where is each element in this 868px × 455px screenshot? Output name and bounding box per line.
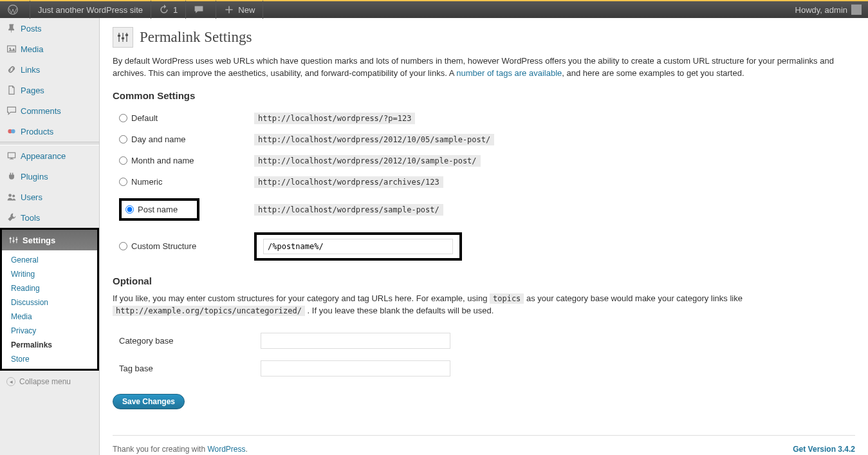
common-heading: Common Settings (113, 90, 855, 101)
settings-label: Settings (23, 236, 55, 245)
sidebar-item-links[interactable]: Links (0, 59, 99, 80)
submenu-item-permalinks[interactable]: Permalinks (2, 338, 97, 352)
svg-rect-19 (118, 35, 120, 37)
permalink-option-row: Numerichttp://localhost/wordpress/archiv… (113, 171, 855, 192)
permalink-url-example: http://localhost/wordpress/sample-post/ (254, 204, 443, 216)
permalink-option-row: Day and namehttp://localhost/wordpress/2… (113, 129, 855, 150)
permalink-radio-2[interactable] (119, 156, 127, 165)
sidebar-item-users[interactable]: Users (0, 187, 99, 207)
comments-menu[interactable] (186, 1, 216, 19)
pin-icon (6, 23, 17, 33)
permalink-label: Numeric (131, 177, 162, 187)
wordpress-link[interactable]: WordPress (207, 445, 245, 454)
permalink-label: Post name (138, 205, 178, 214)
svg-rect-7 (10, 159, 14, 160)
optional-heading: Optional (113, 275, 855, 286)
submenu-item-privacy[interactable]: Privacy (2, 324, 97, 338)
updates-menu[interactable]: 1 (151, 1, 186, 19)
svg-rect-13 (10, 238, 12, 239)
svg-point-9 (12, 194, 15, 197)
sidebar-item-label: Tools (21, 213, 40, 223)
settings-icon (8, 235, 19, 245)
permalink-url-example: http://localhost/wordpress/archives/123 (254, 176, 443, 188)
category-base-label: Category base (113, 336, 261, 346)
save-button[interactable]: Save Changes (113, 394, 185, 409)
example-url-code: http://example.org/topics/uncategorized/ (113, 306, 305, 316)
site-title: Just another WordPress site (38, 5, 143, 15)
permalink-label: Day and name (131, 135, 186, 144)
sidebar-item-appearance[interactable]: Appearance (0, 145, 99, 166)
footer: Thank you for creating with WordPress. G… (113, 435, 855, 454)
svg-rect-15 (15, 239, 17, 240)
users-icon (6, 192, 17, 202)
refresh-icon (159, 5, 169, 15)
sidebar-item-label: Links (21, 65, 40, 75)
sidebar-item-pages[interactable]: Pages (0, 80, 99, 100)
svg-rect-16 (118, 33, 120, 42)
sidebar-item-products[interactable]: Products (0, 121, 99, 142)
sidebar-item-label: Products (21, 127, 53, 136)
update-count: 1 (173, 5, 178, 15)
sidebar-item-plugins[interactable]: Plugins (0, 166, 99, 187)
site-name-menu[interactable]: Just another WordPress site (30, 1, 151, 19)
wordpress-icon (8, 5, 18, 15)
submenu-item-reading[interactable]: Reading (2, 281, 97, 295)
sidebar-item-label: Posts (21, 24, 42, 33)
tools-icon (6, 212, 17, 223)
permalink-radio-1[interactable] (119, 135, 127, 144)
topics-code: topics (490, 293, 524, 304)
intro-text: By default WordPress uses web URLs which… (113, 55, 855, 80)
sidebar-item-settings[interactable]: Settings (2, 230, 97, 250)
permalink-radio-4[interactable] (125, 205, 134, 214)
svg-rect-1 (8, 46, 16, 52)
permalink-url-example: http://localhost/wordpress/2012/10/sampl… (254, 155, 481, 167)
permalink-url-example: http://localhost/wordpress/?p=123 (254, 113, 415, 124)
permalink-label: Custom Structure (131, 241, 196, 251)
tags-link[interactable]: number of tags are available (456, 68, 562, 78)
appearance-icon (6, 151, 17, 161)
category-base-input[interactable] (261, 333, 450, 349)
plugin-icon (6, 171, 17, 181)
sidebar-item-tools[interactable]: Tools (0, 207, 99, 228)
admin-bar: Just another WordPress site 1 New Howdy,… (0, 0, 868, 18)
permalink-radio-0[interactable] (119, 114, 127, 122)
optional-intro: If you like, you may enter custom struct… (113, 293, 855, 317)
svg-rect-21 (125, 34, 128, 36)
sidebar-item-posts[interactable]: Posts (0, 18, 99, 39)
settings-submenu: GeneralWritingReadingDiscussionMediaPriv… (2, 250, 97, 369)
svg-rect-20 (122, 37, 124, 39)
submenu-item-media[interactable]: Media (2, 310, 97, 324)
plus-icon (224, 5, 234, 15)
page-title: Permalink Settings (113, 27, 855, 48)
avatar (851, 5, 862, 15)
submenu-item-general[interactable]: General (2, 253, 97, 267)
custom-structure-input[interactable] (263, 239, 453, 254)
comment-icon (194, 5, 204, 15)
page-title-text: Permalink Settings (140, 29, 252, 46)
sidebar-item-media[interactable]: Media (0, 39, 99, 59)
permalink-radio-3[interactable] (119, 178, 127, 186)
permalink-radio-5[interactable] (119, 242, 127, 250)
tag-base-input[interactable] (261, 360, 450, 376)
svg-point-8 (8, 194, 12, 197)
sidebar-item-label: Appearance (21, 151, 66, 161)
collapse-menu[interactable]: ◂ Collapse menu (0, 371, 99, 393)
account-menu[interactable]: Howdy, admin (789, 5, 868, 15)
collapse-icon: ◂ (6, 377, 15, 386)
sidebar-item-comments[interactable]: Comments (0, 100, 99, 121)
howdy-text: Howdy, admin (795, 5, 847, 15)
highlight-settings-box: Settings GeneralWritingReadingDiscussion… (0, 228, 99, 371)
get-version-link[interactable]: Get Version 3.4.2 (793, 445, 855, 454)
permalink-label: Default (131, 113, 158, 123)
new-content-menu[interactable]: New (216, 1, 263, 19)
new-label: New (238, 5, 255, 15)
svg-rect-14 (12, 241, 14, 242)
submenu-item-discussion[interactable]: Discussion (2, 295, 97, 310)
permalink-option-row: Defaulthttp://localhost/wordpress/?p=123 (113, 107, 855, 129)
wp-logo-menu[interactable] (0, 1, 30, 19)
link-icon (6, 64, 17, 75)
submenu-item-writing[interactable]: Writing (2, 267, 97, 281)
media-icon (6, 44, 17, 54)
submenu-item-store[interactable]: Store (2, 352, 97, 366)
sidebar-item-label: Plugins (21, 172, 48, 181)
